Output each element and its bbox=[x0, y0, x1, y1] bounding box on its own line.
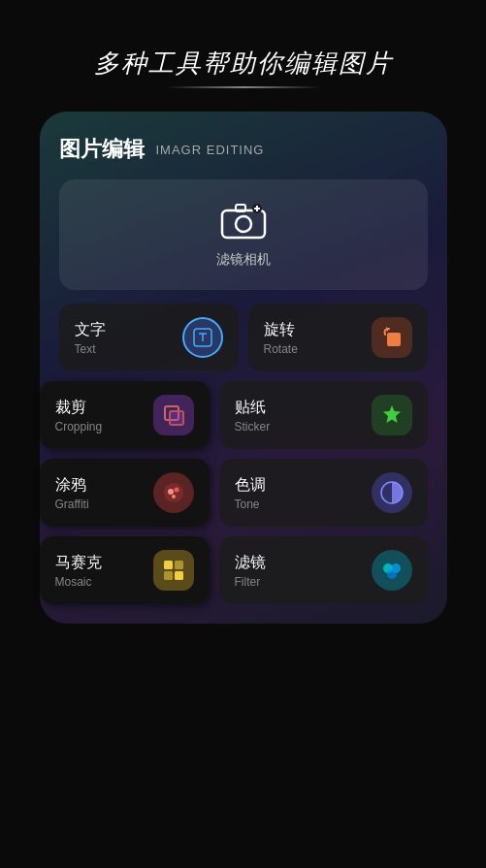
page-title: 多种工具帮助你编辑图片 bbox=[94, 47, 393, 80]
svg-rect-0 bbox=[222, 210, 265, 238]
svg-point-14 bbox=[168, 489, 174, 495]
rotate-name-zh: 旋转 bbox=[264, 320, 298, 340]
filter-name-en: Filter bbox=[235, 575, 266, 589]
graffiti-name-en: Graffiti bbox=[55, 498, 89, 511]
rotate-tool[interactable]: 旋转 Rotate bbox=[248, 304, 428, 371]
camera-button[interactable]: 滤镜相机 bbox=[59, 179, 428, 290]
tool-row-1: 文字 Text 旋转 Rotate bbox=[59, 304, 428, 371]
svg-point-1 bbox=[236, 216, 251, 232]
tone-name-en: Tone bbox=[235, 498, 266, 511]
card-container: 图片编辑 IMAGR EDITING 滤镜相机 文字 Text bbox=[40, 112, 447, 624]
card-title-en: IMAGR EDITING bbox=[156, 143, 265, 157]
tool-row-3: 涂鸦 Graffiti 色调 Tone bbox=[59, 459, 428, 527]
svg-marker-12 bbox=[383, 405, 401, 423]
rotate-icon bbox=[372, 317, 412, 358]
camera-icon bbox=[220, 201, 267, 243]
filter-name-zh: 滤镜 bbox=[235, 553, 266, 573]
text-tool-labels: 文字 Text bbox=[75, 320, 106, 356]
tool-row-2: 裁剪 Cropping 贴纸 Sticker bbox=[59, 381, 428, 449]
sticker-icon bbox=[372, 395, 412, 435]
graffiti-name-zh: 涂鸦 bbox=[55, 475, 89, 496]
mosaic-tool-labels: 马赛克 Mosaic bbox=[55, 553, 102, 589]
tool-row-4: 马赛克 Mosaic 滤镜 Filter bbox=[59, 536, 428, 604]
svg-rect-18 bbox=[164, 561, 173, 569]
tone-tool[interactable]: 色调 Tone bbox=[219, 459, 428, 527]
sticker-tool[interactable]: 贴纸 Sticker bbox=[219, 381, 428, 449]
svg-rect-11 bbox=[170, 411, 183, 425]
rotate-tool-labels: 旋转 Rotate bbox=[264, 320, 298, 356]
tone-tool-labels: 色调 Tone bbox=[235, 475, 266, 511]
svg-rect-20 bbox=[164, 571, 173, 580]
svg-point-24 bbox=[387, 569, 397, 579]
crop-name-zh: 裁剪 bbox=[55, 398, 103, 418]
filter-icon bbox=[372, 550, 412, 591]
text-name-en: Text bbox=[75, 342, 106, 356]
text-name-zh: 文字 bbox=[75, 320, 106, 340]
crop-icon bbox=[153, 395, 194, 435]
mosaic-name-en: Mosaic bbox=[55, 575, 102, 589]
crop-name-en: Cropping bbox=[55, 420, 103, 434]
sticker-tool-labels: 贴纸 Sticker bbox=[235, 398, 271, 434]
svg-rect-9 bbox=[387, 333, 401, 346]
filter-tool[interactable]: 滤镜 Filter bbox=[219, 536, 428, 604]
svg-point-15 bbox=[174, 488, 178, 493]
tone-name-zh: 色调 bbox=[235, 475, 266, 496]
svg-rect-21 bbox=[175, 571, 183, 580]
tools-section: 文字 Text 旋转 Rotate bbox=[59, 304, 428, 604]
svg-rect-19 bbox=[175, 561, 183, 569]
filter-tool-labels: 滤镜 Filter bbox=[235, 553, 266, 589]
card-header: 图片编辑 IMAGR EDITING bbox=[59, 135, 428, 164]
sticker-name-en: Sticker bbox=[235, 420, 271, 434]
svg-point-13 bbox=[164, 483, 183, 502]
graffiti-tool[interactable]: 涂鸦 Graffiti bbox=[40, 459, 210, 527]
title-underline bbox=[166, 86, 321, 88]
text-icon bbox=[182, 317, 223, 358]
svg-point-16 bbox=[172, 495, 176, 498]
camera-label: 滤镜相机 bbox=[216, 251, 271, 269]
mosaic-tool[interactable]: 马赛克 Mosaic bbox=[40, 536, 210, 604]
sticker-name-zh: 贴纸 bbox=[235, 398, 271, 418]
card-title-zh: 图片编辑 bbox=[59, 135, 145, 164]
rotate-name-en: Rotate bbox=[264, 342, 298, 356]
text-tool[interactable]: 文字 Text bbox=[59, 304, 239, 371]
crop-tool-labels: 裁剪 Cropping bbox=[55, 398, 103, 434]
mosaic-name-zh: 马赛克 bbox=[55, 553, 102, 573]
crop-tool[interactable]: 裁剪 Cropping bbox=[40, 381, 210, 449]
tone-icon bbox=[372, 472, 412, 513]
graffiti-icon bbox=[153, 472, 194, 513]
graffiti-tool-labels: 涂鸦 Graffiti bbox=[55, 475, 89, 511]
mosaic-icon bbox=[153, 550, 194, 591]
